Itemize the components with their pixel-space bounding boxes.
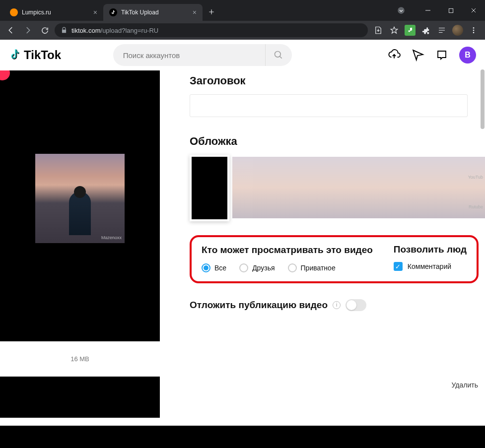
schedule-label: Отложить публикацию видео [190,300,328,311]
close-window-button[interactable] [462,0,485,21]
extension-icons [371,25,481,36]
delete-button[interactable]: Удалить [452,381,478,389]
tiktok-header: TikTok B [0,40,485,70]
who-can-view-options: Все Друзья Приватное [202,263,379,272]
radio-friends[interactable]: Друзья [239,263,275,272]
tab-title: Lumpics.ru [22,9,51,16]
video-thumbnail: Mazenoxx [35,154,125,243]
title-input[interactable] [190,94,468,117]
upload-form: Заголовок Обложка YouTub Rutube Кто може… [160,70,485,418]
brand-text: TikTok [24,48,61,62]
forward-button[interactable] [21,23,35,37]
svg-point-5 [275,52,281,58]
video-preview[interactable]: Mazenoxx [0,70,160,326]
music-extension-icon[interactable] [405,25,416,36]
allow-heading: Позволить люд [394,244,467,255]
cover-frames[interactable]: YouTub Rutube [232,157,485,218]
url-field[interactable]: tiktok.com/upload?lang=ru-RU [55,23,368,37]
chevron-down-icon[interactable] [390,0,413,21]
close-icon[interactable]: × [193,8,197,16]
tab-tiktok-upload[interactable]: TikTok Upload × [103,4,203,21]
tab-strip: Lumpics.ru × TikTok Upload × [0,0,390,21]
search-button[interactable] [265,44,292,66]
new-tab-button[interactable] [205,5,218,19]
upload-content: Mazenoxx 16 MB Заголовок Обложка YouTub … [0,70,485,418]
cover-frame-selected[interactable] [190,155,229,221]
user-avatar[interactable]: B [459,47,476,64]
window-controls [390,0,485,21]
tiktok-favicon-icon [109,8,117,16]
extensions-icon[interactable] [420,25,431,36]
star-icon[interactable] [389,25,400,36]
search-input[interactable] [113,51,265,60]
svg-point-2 [473,27,475,29]
radio-all[interactable]: Все [202,263,226,272]
cover-section-heading: Обложка [190,135,485,148]
install-icon[interactable] [373,25,384,36]
svg-point-4 [473,32,475,33]
info-icon[interactable]: i [333,301,341,309]
checkbox-comment[interactable]: ✓ Комментарий [394,262,467,271]
svg-point-0 [398,7,405,14]
video-preview-column: Mazenoxx 16 MB [0,70,160,418]
messages-button[interactable] [412,49,424,62]
lock-icon [61,27,68,34]
address-bar: tiktok.com/upload?lang=ru-RU [0,21,485,40]
profile-avatar-icon[interactable] [452,25,463,36]
radio-private[interactable]: Приватное [288,263,336,272]
scrollbar[interactable] [481,69,485,129]
maximize-button[interactable] [439,0,462,21]
privacy-settings-highlighted: Кто может просматривать это видео Все Др… [190,235,479,283]
browser-titlebar: Lumpics.ru × TikTok Upload × [0,0,485,21]
cover-selector: YouTub Rutube [190,155,485,221]
check-icon: ✓ [394,262,403,271]
inbox-button[interactable] [435,49,448,62]
tiktok-logo[interactable]: TikTok [9,48,61,62]
page-footer [0,426,485,447]
svg-rect-1 [449,8,453,12]
back-button[interactable] [4,23,18,37]
reading-list-icon[interactable] [436,25,447,36]
search-box [113,44,292,66]
menu-icon[interactable] [468,25,479,36]
title-section-heading: Заголовок [190,74,485,87]
page-content: TikTok B Mazenoxx 16 MB Заголово [0,40,485,447]
url-text: tiktok.com/upload?lang=ru-RU [71,27,158,34]
upload-button[interactable] [388,49,401,62]
close-icon[interactable]: × [93,8,97,16]
tab-title: TikTok Upload [121,9,159,16]
schedule-toggle[interactable] [346,299,366,311]
header-actions: B [388,47,476,64]
badge-icon [0,70,10,80]
svg-point-3 [473,30,475,31]
schedule-row: Отложить публикацию видео i [190,299,485,311]
reload-button[interactable] [38,23,52,37]
lumpics-favicon-icon [10,8,18,16]
who-can-view-heading: Кто может просматривать это видео [202,244,379,256]
minimize-button[interactable] [416,0,439,21]
tiktok-logo-icon [9,49,22,62]
tab-lumpics[interactable]: Lumpics.ru × [4,4,103,21]
file-size-label: 16 MB [0,341,160,377]
search-icon [274,50,283,60]
watermark-text: Mazenoxx [101,235,122,240]
